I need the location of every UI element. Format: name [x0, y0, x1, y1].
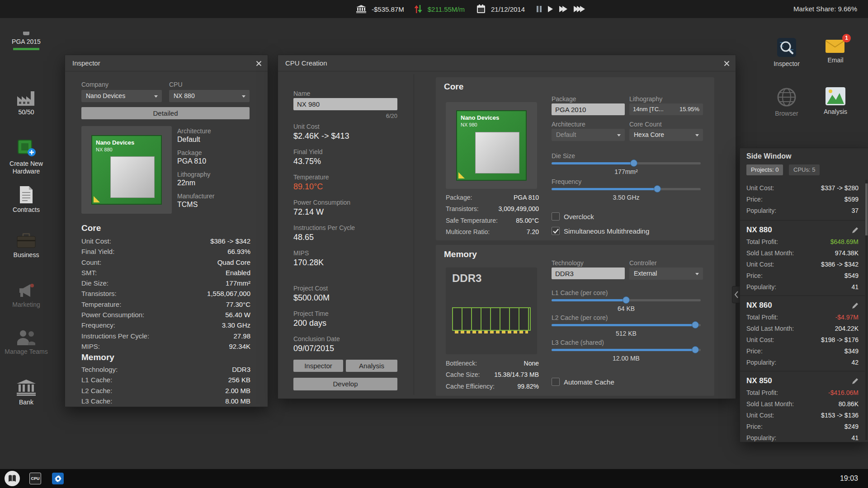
edit-pencil-icon[interactable]	[852, 378, 859, 385]
taskbar: CPU 19:03	[0, 469, 868, 488]
stat-row: Unit Cost:$386 -> $342	[746, 259, 859, 270]
new-chip-image: Nano Devices NX 980	[446, 102, 537, 189]
cpu-dropdown[interactable]: NX 880	[169, 90, 250, 102]
frequency-slider-handle[interactable]	[654, 185, 661, 192]
tab-projects[interactable]: Projects: 0	[746, 164, 783, 175]
package-input[interactable]	[552, 103, 625, 115]
quickbar-inspector[interactable]: Inspector	[765, 37, 808, 67]
side-window-scrollbar[interactable]	[865, 180, 868, 440]
chip-corner-mark	[94, 196, 100, 202]
frequency-slider[interactable]	[552, 188, 701, 190]
develop-button[interactable]: Develop	[293, 378, 397, 390]
inspector-magnifier-icon	[765, 37, 808, 58]
cpu-creation-window: CPU Creation Name 6/20 Unit Cost $2.46K …	[278, 55, 736, 399]
detailed-button[interactable]: Detailed	[81, 107, 250, 119]
cpu-list-item-partial: Unit Cost: $337 -> $280 Price: $599 Popu…	[740, 180, 865, 220]
chip-die	[475, 132, 520, 174]
smt-checkbox[interactable]	[552, 227, 560, 235]
core-panel-heading: Core	[444, 82, 463, 92]
inspector-close-button[interactable]	[254, 59, 263, 68]
l1-cache-slider[interactable]	[552, 299, 701, 301]
lithography-select[interactable]: 14nm [TC... 15.95%	[629, 103, 703, 115]
core-info-row: Multicore Ratio: 7.20	[446, 226, 539, 238]
creation-close-button[interactable]	[722, 59, 731, 68]
creation-analysis-button[interactable]: Analysis	[346, 360, 397, 372]
scrollbar-thumb[interactable]	[865, 183, 868, 235]
project-stat: Project Time 200 days	[293, 310, 397, 328]
sidebar-item-manage-teams[interactable]: Manage Teams	[2, 330, 51, 356]
l1-slider-handle[interactable]	[623, 296, 630, 304]
sidebar-item-research[interactable]: PGA 2015	[2, 33, 51, 50]
fastest-forward-button[interactable]	[574, 6, 585, 12]
pause-button[interactable]	[537, 6, 542, 12]
play-button[interactable]	[548, 6, 553, 12]
creation-inspector-button[interactable]: Inspector	[293, 360, 343, 372]
people-icon	[2, 330, 51, 345]
l2-cache-slider[interactable]	[552, 324, 701, 326]
die-size-slider[interactable]	[552, 162, 701, 164]
balance-value: -$535.87M	[372, 5, 404, 13]
stat-row: Sold Last Month:974.38K	[746, 248, 859, 259]
research-progress-bar	[13, 48, 39, 50]
email-unread-badge: 1	[842, 34, 851, 42]
calendar-icon	[476, 5, 486, 14]
automate-cache-label: Automate Cache	[564, 378, 614, 386]
marketing-label: Marketing	[2, 301, 51, 309]
quickbar-email[interactable]: 1 Email	[814, 37, 857, 64]
cpu-name-input[interactable]	[293, 98, 397, 110]
l3-cache-slider[interactable]	[552, 349, 701, 351]
company-label: Company	[81, 81, 108, 88]
l3-slider-handle[interactable]	[692, 346, 699, 353]
creation-stat: MIPS 170.28K	[293, 249, 397, 267]
creation-window-title: CPU Creation	[285, 55, 327, 71]
company-dropdown[interactable]: Nano Devices	[81, 90, 162, 102]
side-window-collapse-button[interactable]	[732, 286, 740, 303]
quickbar-analysis[interactable]: Analysis	[814, 87, 857, 115]
sidebar-item-bank[interactable]: Bank	[2, 380, 51, 406]
creation-titlebar[interactable]: CPU Creation	[278, 55, 736, 71]
inspected-chip-image: Nano Devices NX 880	[81, 126, 172, 214]
sidebar-item-contracts[interactable]: Contracts	[2, 186, 51, 214]
taskbar-manual-icon[interactable]	[5, 471, 20, 486]
taskbar-settings-icon[interactable]	[52, 473, 64, 484]
cpu-list-item[interactable]: NX 850 Total Profit:-$416.06M Sold Last …	[740, 371, 865, 442]
memory-info-row: Cache Size: 15.38/14.73 MB	[446, 369, 539, 380]
edit-pencil-icon[interactable]	[852, 302, 859, 309]
overclock-label: Overclock	[564, 213, 594, 221]
project-stat: Project Cost $500.00M	[293, 285, 397, 303]
creation-stats-list: Unit Cost $2.46K -> $413 Final Yield 43.…	[293, 123, 397, 275]
stat-row: Sold Last Month:204.22K	[746, 323, 859, 334]
cpu-list-item[interactable]: NX 860 Total Profit:-$4.97M Sold Last Mo…	[740, 296, 865, 371]
quickbar-browser[interactable]: Browser	[765, 87, 808, 117]
automate-cache-checkbox[interactable]	[552, 378, 560, 386]
l2-cache-value: 512 KB	[552, 330, 701, 337]
l2-slider-handle[interactable]	[692, 321, 699, 328]
overclock-checkbox[interactable]	[552, 212, 560, 221]
frequency-value: 3.50 GHz	[552, 194, 701, 201]
automate-cache-option: Automate Cache	[552, 378, 614, 386]
sidebar-item-marketing[interactable]: Marketing	[2, 283, 51, 309]
fast-forward-button[interactable]	[559, 6, 567, 12]
stat-row: Price: $599	[746, 194, 859, 205]
sidebar-item-business[interactable]: Business	[2, 233, 51, 259]
technology-input[interactable]	[552, 267, 625, 279]
sidebar-item-create-hardware[interactable]: Create New Hardware	[2, 138, 51, 175]
cpu-items: NX 880 Total Profit:$648.69M Sold Last M…	[740, 220, 865, 442]
chip-graphic: Nano Devices NX 980	[456, 110, 527, 181]
email-envelope-icon: 1	[814, 37, 857, 54]
taskbar-cpu-window-icon[interactable]: CPU	[29, 473, 41, 484]
sidebar-item-factory[interactable]: 50/50	[2, 89, 51, 116]
core-count-dropdown[interactable]: Hexa Core	[629, 129, 703, 141]
megaphone-icon	[2, 283, 51, 298]
cpu-list-item[interactable]: NX 880 Total Profit:$648.69M Sold Last M…	[740, 220, 865, 296]
inspector-titlebar[interactable]: Inspector	[65, 55, 268, 71]
edit-pencil-icon[interactable]	[852, 227, 859, 234]
die-size-value: 177mm²	[552, 168, 701, 175]
controller-dropdown[interactable]: External	[629, 267, 703, 280]
core-stat-row: Temperature: 77.30°C	[81, 299, 250, 310]
core-info-row: Transistors: 3,009,499,000	[446, 203, 539, 215]
die-size-slider-handle[interactable]	[630, 160, 637, 167]
tab-cpus[interactable]: CPUs: 5	[789, 164, 820, 175]
architecture-dropdown[interactable]: Default	[552, 129, 625, 141]
bank-label: Bank	[2, 399, 51, 406]
